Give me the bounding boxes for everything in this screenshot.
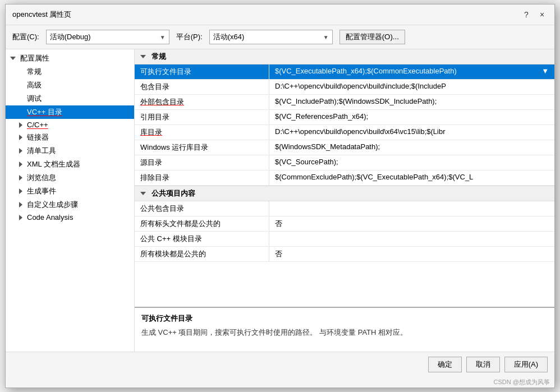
tree-label-code-analysis: Code Analysis — [27, 213, 73, 222]
info-desc: 生成 VC++ 项目期间，搜索可执行文件时使用的路径。 与环境变量 PATH 相… — [141, 327, 548, 338]
right-panel: 常规 可执行文件目录$(VC_ExecutablePath_x64);$(Com… — [135, 49, 554, 352]
prop-name-lib-dirs: 库目录 — [135, 125, 269, 140]
tree-item-xml-gen[interactable]: XML 文档生成器 — [6, 158, 134, 171]
tree-item-code-analysis[interactable]: Code Analysis — [6, 211, 134, 223]
expand-icon-manifest — [19, 148, 22, 154]
public-prop-value-pub-include-dirs — [269, 201, 554, 216]
expand-icon-config-props — [10, 57, 16, 60]
prop-row-ext-include-dirs[interactable]: 外部包含目录$(VC_IncludePath);$(WindowsSDK_Inc… — [135, 95, 554, 110]
tree-label-linker: 链接器 — [27, 132, 49, 142]
public-prop-name-all-headers-public: 所有标头文件都是公共的 — [135, 216, 269, 231]
tree-label-vc-dirs: VC++ 目录 — [27, 107, 62, 117]
tree-item-build-events[interactable]: 生成事件 — [6, 185, 134, 198]
tree-label-manifest: 清单工具 — [27, 146, 56, 156]
public-section-header: 公共项目内容 — [135, 186, 554, 201]
prop-value-ext-include-dirs: $(VC_IncludePath);$(WindowsSDK_IncludePa… — [269, 95, 554, 109]
prop-value-excl-dirs: $(CommonExcludePath);$(VC_ExecutablePath… — [269, 170, 554, 185]
prop-value-include-dirs: D:\C++\opencv\build\opencv\build\include… — [269, 80, 554, 94]
expand-icon-build-events — [19, 188, 22, 194]
prop-name-excl-dirs: 排除目录 — [135, 170, 269, 185]
apply-button[interactable]: 应用(A) — [504, 357, 548, 372]
tree-item-vc-dirs[interactable]: VC++ 目录 — [6, 105, 134, 119]
public-prop-row-pub-include-dirs[interactable]: 公共包含目录 — [135, 201, 554, 216]
toolbar: 配置(C): 活动(Debug) ▼ 平台(P): 活动(x64) ▼ 配置管理… — [6, 25, 554, 49]
prop-value-exec-path: $(VC_ExecutablePath_x64);$(CommonExecuta… — [269, 64, 554, 79]
prop-value-lib-dirs: D:\C++\opencv\build\opencv\build\x64\vc1… — [269, 125, 554, 140]
prop-row-ref-dirs[interactable]: 引用目录$(VC_ReferencesPath_x64); — [135, 110, 554, 125]
tree-item-browser[interactable]: 浏览信息 — [6, 171, 134, 185]
tree-item-general[interactable]: 常规 — [6, 65, 134, 79]
prop-value-ref-dirs: $(VC_ReferencesPath_x64); — [269, 110, 554, 124]
expand-icon-code-analysis — [19, 215, 22, 220]
prop-value-src-dirs: $(VC_SourcePath); — [269, 155, 554, 170]
info-title: 可执行文件目录 — [141, 313, 548, 324]
bottom-bar: 确定 取消 应用(A) — [6, 352, 554, 377]
public-prop-name-pub-cpp-modules: 公共 C++ 模块目录 — [135, 232, 269, 246]
tree-label-xml-gen: XML 文档生成器 — [27, 159, 80, 169]
public-section-label: 公共项目内容 — [152, 188, 195, 199]
tree-item-advanced[interactable]: 高级 — [6, 79, 134, 92]
public-prop-row-all-headers-public[interactable]: 所有标头文件都是公共的否 — [135, 216, 554, 232]
ok-button[interactable]: 确定 — [428, 357, 462, 372]
tree-label-cpp: C/C++ — [27, 121, 48, 129]
prop-row-lib-dirs[interactable]: 库目录D:\C++\opencv\build\opencv\build\x64\… — [135, 125, 554, 140]
expand-icon-xml-gen — [19, 162, 22, 167]
public-prop-row-pub-cpp-modules[interactable]: 公共 C++ 模块目录 — [135, 232, 554, 247]
public-prop-value-all-modules-public: 否 — [269, 247, 554, 261]
prop-name-ref-dirs: 引用目录 — [135, 110, 269, 124]
info-panel: 可执行文件目录 生成 VC++ 项目期间，搜索可执行文件时使用的路径。 与环境变… — [135, 307, 554, 352]
expand-icon-browser — [19, 175, 22, 181]
config-value: 活动(Debug) — [50, 32, 91, 42]
tree-item-debug[interactable]: 调试 — [6, 92, 134, 105]
dialog-title: opencvtest 属性页 — [12, 10, 72, 20]
platform-dropdown-arrow: ▼ — [323, 34, 329, 40]
prop-row-excl-dirs[interactable]: 排除目录$(CommonExcludePath);$(VC_Executable… — [135, 170, 554, 186]
prop-row-include-dirs[interactable]: 包含目录D:\C++\opencv\build\opencv\build\inc… — [135, 80, 554, 95]
public-prop-name-all-modules-public: 所有模块都是公共的 — [135, 247, 269, 261]
tree-item-custom-build[interactable]: 自定义生成步骤 — [6, 198, 134, 211]
tree-label-browser: 浏览信息 — [27, 173, 56, 183]
config-manager-button[interactable]: 配置管理器(O)... — [339, 30, 405, 44]
config-dropdown-arrow: ▼ — [160, 34, 166, 40]
property-dialog: opencvtest 属性页 ? × 配置(C): 活动(Debug) ▼ 平台… — [5, 4, 555, 388]
left-panel: 配置属性常规高级调试VC++ 目录C/C++链接器清单工具XML 文档生成器浏览… — [6, 49, 135, 352]
platform-label: 平台(P): — [176, 32, 203, 42]
prop-name-exec-path: 可执行文件目录 — [135, 64, 269, 79]
public-prop-value-all-headers-public: 否 — [269, 216, 554, 231]
help-button[interactable]: ? — [521, 9, 532, 20]
prop-row-exec-path[interactable]: 可执行文件目录$(VC_ExecutablePath_x64);$(Common… — [135, 64, 554, 80]
cancel-button[interactable]: 取消 — [466, 357, 500, 372]
general-section-label: 常规 — [152, 52, 166, 62]
tree-label-debug: 调试 — [27, 94, 42, 104]
prop-name-win-lib-dirs: Windows 运行库目录 — [135, 140, 269, 155]
close-button[interactable]: × — [536, 9, 548, 20]
prop-name-src-dirs: 源目录 — [135, 155, 269, 170]
tree-label-general: 常规 — [27, 67, 42, 77]
prop-row-src-dirs[interactable]: 源目录$(VC_SourcePath); — [135, 155, 554, 170]
tree-label-advanced: 高级 — [27, 80, 42, 90]
title-bar-buttons: ? × — [521, 9, 548, 20]
tree-item-cpp[interactable]: C/C++ — [6, 119, 134, 131]
main-content: 配置属性常规高级调试VC++ 目录C/C++链接器清单工具XML 文档生成器浏览… — [6, 49, 554, 352]
public-prop-row-all-modules-public[interactable]: 所有模块都是公共的否 — [135, 247, 554, 262]
platform-value: 活动(x64) — [213, 32, 245, 42]
tree-label-custom-build: 自定义生成步骤 — [27, 200, 78, 210]
config-label: 配置(C): — [12, 32, 39, 42]
general-section-header: 常规 — [135, 49, 554, 64]
tree-item-manifest[interactable]: 清单工具 — [6, 144, 134, 158]
expand-icon-custom-build — [19, 202, 22, 207]
expand-icon-linker — [19, 135, 22, 140]
watermark: CSDN @想成为风筝 — [6, 377, 554, 388]
prop-name-include-dirs: 包含目录 — [135, 80, 269, 94]
config-dropdown[interactable]: 活动(Debug) ▼ — [46, 30, 169, 44]
tree-item-linker[interactable]: 链接器 — [6, 131, 134, 144]
expand-icon-cpp — [19, 122, 22, 128]
tree-item-config-props[interactable]: 配置属性 — [6, 52, 134, 65]
platform-dropdown[interactable]: 活动(x64) ▼ — [209, 30, 333, 44]
public-prop-name-pub-include-dirs: 公共包含目录 — [135, 201, 269, 216]
prop-row-win-lib-dirs[interactable]: Windows 运行库目录$(WindowsSDK_MetadataPath); — [135, 140, 554, 155]
prop-name-ext-include-dirs: 外部包含目录 — [135, 95, 269, 109]
public-prop-value-pub-cpp-modules — [269, 232, 554, 246]
tree-label-config-props: 配置属性 — [20, 53, 49, 63]
tree-label-build-events: 生成事件 — [27, 186, 56, 196]
